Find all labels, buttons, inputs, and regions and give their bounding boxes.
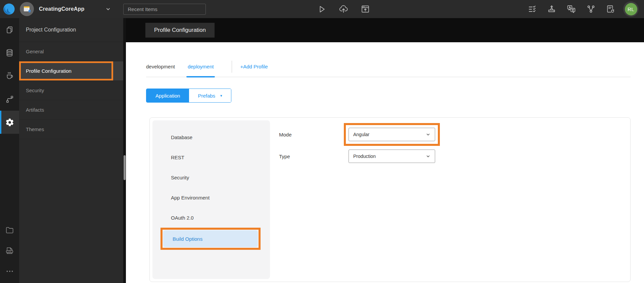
main-panel: Profile Configuration development deploy… [126,18,644,283]
add-profile-button[interactable]: +Add Profile [240,60,268,77]
sidebar-item-security[interactable]: Security [19,81,123,100]
recent-items-input[interactable] [123,4,206,15]
svg-text:LOG: LOG [8,250,11,252]
sidebar-scrollbar-thumb[interactable] [124,155,126,180]
settings-nav-security[interactable]: Security [152,167,270,187]
export-deploy-icon[interactable] [547,4,556,14]
profile-configuration-content: development deployment +Add Profile Appl… [126,42,644,283]
type-select-value: Production [353,154,376,159]
translate-i18n-icon[interactable] [566,4,576,14]
sidebar-item-profile-configuration[interactable]: Profile Configuration [19,61,123,81]
sidebar-item-themes[interactable]: Themes [19,120,123,139]
rail-bottom-group: LOG [0,219,19,283]
project-name: CreatingCoreApp [39,6,84,12]
rail-java-services-icon[interactable] [0,64,19,88]
settings-nav-build-options[interactable]: Build Options [163,230,258,247]
rail-apis-icon[interactable] [0,88,19,111]
mode-select-value: Angular [353,132,369,137]
rail-database-icon[interactable] [0,41,19,64]
sidebar-scrollbar-track [123,18,126,283]
run-play-icon[interactable] [317,5,326,14]
sidebar-title: Project Configuration [19,18,123,42]
utility-actions-group: RL [528,1,644,17]
rail-pages-icon[interactable] [0,18,19,41]
settings-sidebar: Project Configuration General Profile Co… [19,18,123,283]
left-icon-rail: LOG [0,18,19,283]
open-tab-profile-configuration[interactable]: Profile Configuration [145,23,215,38]
build-settings-card: Database REST Security App Environment O… [149,117,631,282]
profile-tabs: development deployment +Add Profile [146,60,631,77]
settings-nav-app-environment[interactable]: App Environment [152,187,270,208]
user-avatar[interactable]: RL [623,1,639,17]
rail-log-icon[interactable]: LOG [0,240,19,261]
rail-settings-gear-icon[interactable] [0,111,19,134]
application-toggle-button[interactable]: Application [146,89,189,102]
project-menu-chevron-icon[interactable] [105,6,111,12]
cloud-deploy-icon[interactable] [338,4,349,14]
type-label: Type [279,154,349,159]
wavemaker-logo-icon[interactable] [3,3,15,15]
task-checklist-icon[interactable] [528,5,537,14]
mode-label: Mode [279,132,344,137]
prefabs-toggle-button[interactable]: Prefabs ▾ [189,89,231,102]
sidebar-item-artifacts[interactable]: Artifacts [19,100,123,120]
user-avatar-initials: RL [625,3,637,15]
build-options-form: Mode Angular Type Production [270,120,628,279]
annotation-highlight-box: Angular [344,123,440,146]
top-bar: CreatingCoreApp [0,0,644,18]
chevron-down-icon [426,154,430,159]
project-avatar-icon[interactable] [20,2,34,16]
app-window: CreatingCoreApp [0,0,644,283]
tabs-divider [232,61,232,73]
settings-nav-panel: Database REST Security App Environment O… [152,120,270,279]
scope-toggle: Application Prefabs ▾ [146,89,231,103]
main-header-bar: Profile Configuration [126,18,644,42]
prefabs-caret-icon: ▾ [220,94,222,98]
sidebar-item-general[interactable]: General [19,42,123,61]
mode-select[interactable]: Angular [349,128,435,141]
chevron-down-icon [426,132,430,137]
settings-nav-oauth[interactable]: OAuth 2.0 [152,208,270,228]
settings-nav-database[interactable]: Database [152,127,270,147]
version-share-icon[interactable] [586,4,596,14]
annotation-highlight-box: Build Options [160,228,261,250]
preview-window-icon[interactable] [361,4,370,14]
type-select[interactable]: Production [349,150,435,163]
tab-development[interactable]: development [146,60,175,77]
tab-deployment[interactable]: deployment [188,60,214,77]
run-actions-group [317,4,370,14]
rail-folder-icon[interactable] [0,219,19,240]
file-sync-icon[interactable] [606,4,615,14]
settings-nav-rest[interactable]: REST [152,147,270,167]
rail-more-icon[interactable] [0,261,19,282]
